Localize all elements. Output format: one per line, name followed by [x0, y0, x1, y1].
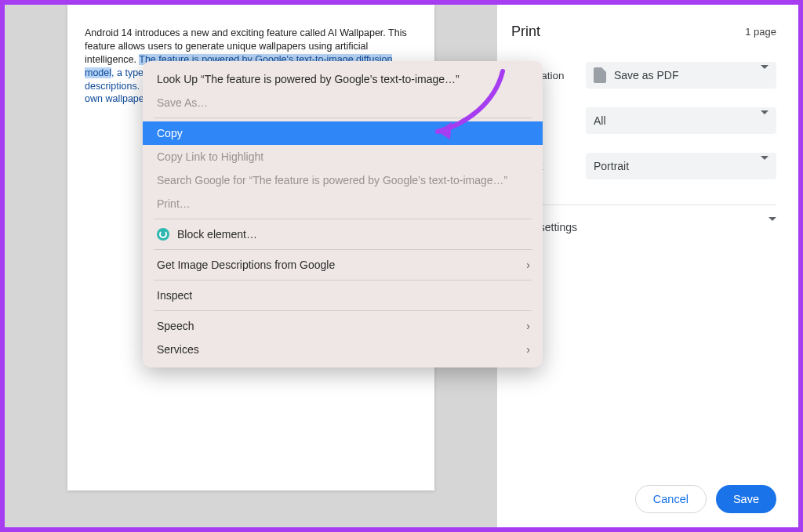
ctx-services-label: Services: [157, 343, 199, 356]
ctx-separator: [154, 310, 532, 311]
save-button[interactable]: Save: [716, 485, 776, 513]
ctx-search: Search Google for “The feature is powere…: [143, 168, 543, 192]
destination-select[interactable]: Save as PDF: [586, 62, 776, 89]
ctx-speech[interactable]: Speech›: [143, 314, 543, 338]
destination-value: Save as PDF: [614, 69, 678, 81]
ctx-separator: [154, 249, 532, 250]
ctx-print-label: Print…: [157, 197, 191, 210]
context-menu: Look Up “The feature is powered by Googl…: [143, 61, 543, 367]
ctx-block-element[interactable]: Block element…: [143, 223, 543, 246]
ctx-copy-link-label: Copy Link to Highlight: [157, 150, 263, 163]
ctx-inspect-label: Inspect: [157, 289, 192, 302]
ctx-block-label: Block element…: [177, 228, 257, 241]
ctx-inspect[interactable]: Inspect: [143, 284, 543, 307]
page-count: 1 page: [745, 26, 776, 38]
ctx-image-descriptions[interactable]: Get Image Descriptions from Google›: [143, 253, 543, 277]
ctx-separator: [154, 280, 532, 280]
pdf-icon: [594, 67, 606, 83]
pages-select[interactable]: All: [586, 107, 776, 134]
ctx-save-as: Save As…: [143, 91, 543, 114]
chevron-down-icon: [768, 221, 776, 233]
ctx-speech-label: Speech: [157, 320, 194, 332]
ctx-lookup[interactable]: Look Up “The feature is powered by Googl…: [143, 67, 543, 91]
more-settings-toggle[interactable]: More settings: [511, 204, 776, 233]
ctx-copy-label: Copy: [157, 127, 183, 139]
chevron-down-icon: [761, 160, 768, 172]
layout-select[interactable]: Portrait: [586, 153, 776, 179]
ctx-save-as-label: Save As…: [157, 96, 208, 109]
chevron-right-icon: ›: [526, 343, 530, 356]
ctx-copy-link: Copy Link to Highlight: [143, 145, 543, 168]
cancel-label: Cancel: [653, 493, 689, 505]
cancel-button[interactable]: Cancel: [635, 485, 707, 513]
save-label: Save: [733, 493, 759, 505]
ctx-search-label: Search Google for “The feature is powere…: [157, 174, 507, 186]
ctx-lookup-label: Look Up “The feature is powered by Googl…: [157, 73, 460, 85]
chevron-right-icon: ›: [526, 320, 530, 332]
ctx-print: Print…: [143, 192, 543, 215]
ctx-services[interactable]: Services›: [143, 338, 543, 361]
layout-value: Portrait: [594, 160, 629, 172]
ctx-separator: [154, 118, 532, 118]
print-title: Print: [511, 24, 540, 40]
block-element-icon: [157, 228, 169, 241]
ctx-copy[interactable]: Copy: [143, 121, 543, 145]
chevron-right-icon: ›: [526, 259, 530, 271]
chevron-down-icon: [761, 69, 768, 81]
ctx-separator: [154, 219, 532, 219]
pages-value: All: [594, 114, 606, 127]
ctx-img-desc-label: Get Image Descriptions from Google: [157, 259, 335, 271]
chevron-down-icon: [761, 114, 768, 127]
